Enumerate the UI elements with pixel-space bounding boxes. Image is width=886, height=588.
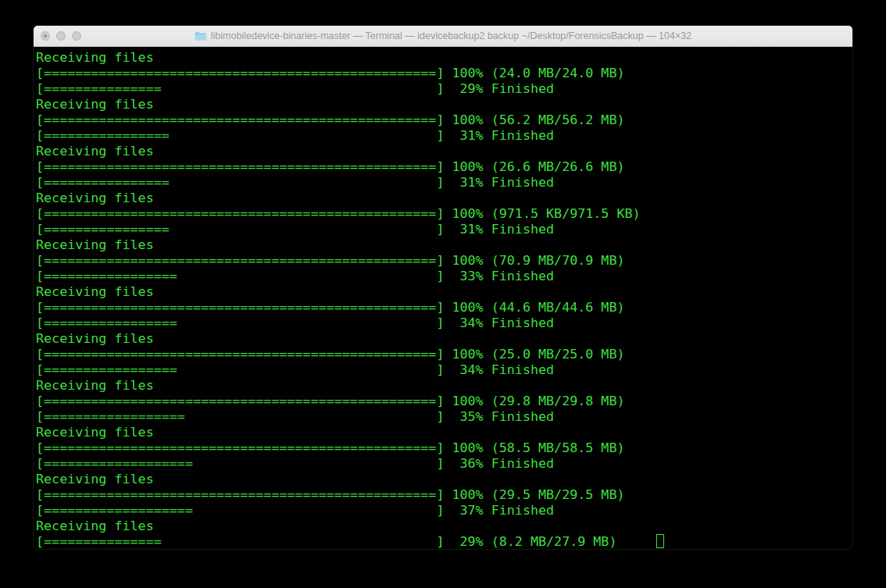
terminal-screen[interactable]: Receiving files[========================…	[34, 47, 852, 549]
window-title: libimobiledevice-binaries-master — Termi…	[195, 26, 691, 46]
terminal-line: [================= ] 34% Finished	[36, 315, 852, 330]
title-bar[interactable]: libimobiledevice-binaries-master — Termi…	[34, 26, 852, 47]
terminal-line: Receiving files	[36, 283, 852, 299]
terminal-line: [================= ] 34% Finished	[36, 362, 852, 377]
terminal-line: Receiving files	[36, 143, 852, 159]
terminal-line: [================== ] 35% Finished	[36, 408, 852, 424]
terminal-line: [=================== ] 36% Finished	[36, 455, 852, 471]
terminal-line: [=======================================…	[36, 112, 852, 127]
terminal-line: [=======================================…	[36, 65, 852, 80]
terminal-line: Receiving files	[36, 518, 852, 533]
terminal-line: Receiving files	[36, 330, 852, 346]
terminal-line: Receiving files	[36, 96, 852, 112]
terminal-line: [================= ] 33% Finished	[36, 268, 852, 283]
desktop: { "window": { "title": "libimobiledevice…	[0, 0, 886, 588]
terminal-line: [=======================================…	[36, 346, 852, 362]
terminal-line: Receiving files	[36, 424, 852, 440]
terminal-line: [=======================================…	[36, 299, 852, 315]
terminal-line: [=======================================…	[36, 252, 852, 268]
folder-icon	[195, 31, 207, 41]
minimize-button[interactable]	[56, 31, 66, 41]
terminal-line: [=======================================…	[36, 159, 852, 174]
terminal-line: Receiving files	[36, 190, 852, 205]
window-title-text: libimobiledevice-binaries-master — Termi…	[211, 30, 691, 41]
zoom-button[interactable]	[72, 31, 81, 41]
terminal-line: Receiving files	[36, 471, 852, 486]
terminal-line: Receiving files	[36, 377, 852, 393]
terminal-line: [================ ] 31% Finished	[36, 221, 852, 237]
traffic-lights	[41, 31, 81, 41]
terminal-line: [=======================================…	[36, 205, 852, 221]
terminal-line: Receiving files	[36, 237, 852, 252]
terminal-window: libimobiledevice-binaries-master — Termi…	[33, 25, 853, 550]
terminal-cursor	[656, 534, 664, 548]
terminal-line: [================ ] 31% Finished	[36, 174, 852, 190]
close-button[interactable]	[41, 31, 50, 41]
terminal-line: Receiving files	[36, 49, 852, 65]
terminal-line: [=======================================…	[36, 440, 852, 455]
terminal-line: [=============== ] 29% Finished	[36, 80, 852, 96]
terminal-line: [=============== ] 29% (8.2 MB/27.9 MB)	[36, 533, 852, 549]
terminal-line: [=======================================…	[36, 486, 852, 502]
terminal-line: [=======================================…	[36, 393, 852, 408]
terminal-line: [=================== ] 37% Finished	[36, 502, 852, 518]
terminal-line: [================ ] 31% Finished	[36, 127, 852, 143]
